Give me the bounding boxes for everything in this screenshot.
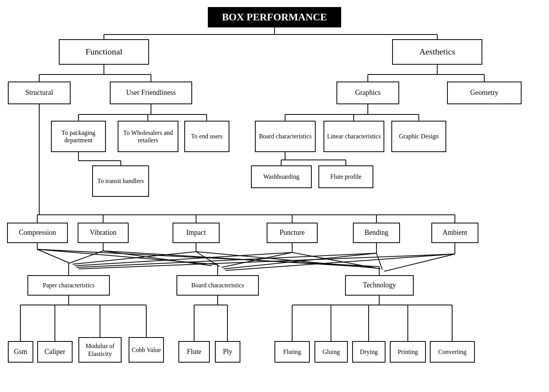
puncture-node: Puncture [267, 223, 318, 243]
svg-line-57 [76, 253, 376, 267]
flute-profile-node: Flute profile [318, 165, 373, 188]
caliper-node: Caliper [37, 341, 73, 363]
svg-line-47 [103, 251, 373, 267]
board-char-node: Board characteristics [255, 121, 316, 152]
technology-node: Technology [345, 275, 414, 296]
to-end-users-node: To end users [184, 121, 229, 152]
svg-line-61 [78, 254, 455, 269]
drying-node: Drying [352, 341, 385, 363]
svg-line-49 [73, 252, 196, 264]
svg-line-55 [292, 252, 380, 269]
washboarding-node: Washboarding [251, 165, 312, 188]
svg-line-40 [37, 249, 218, 265]
impact-node: Impact [173, 223, 220, 243]
ambient-node: Ambient [431, 223, 478, 243]
compression-node: Compression [7, 223, 68, 243]
tree-container: BOX PERFORMANCE Functional Aesthetics St… [0, 0, 549, 392]
flute-node: Flute [178, 341, 210, 363]
graphics-node: Graphics [336, 82, 399, 104]
svg-line-59 [376, 253, 382, 270]
to-transit-node: To transit handlers [92, 165, 149, 197]
svg-line-58 [224, 253, 376, 269]
structural-node: Structural [8, 82, 71, 104]
svg-line-42 [37, 249, 379, 267]
linear-char-node: Linear characteristics [324, 121, 384, 152]
bending-node: Bending [353, 223, 400, 243]
svg-line-46 [103, 251, 212, 266]
to-packaging-node: To packaging department [51, 121, 106, 152]
graphic-design-node: Graphic Design [391, 121, 446, 152]
modulus-node: Modulus of Elasticity [78, 337, 122, 363]
aesthetics-node: Aesthetics [392, 39, 482, 65]
svg-line-63 [384, 254, 455, 271]
fluting-node: Fluting [274, 341, 310, 363]
geometry-node: Geometry [447, 82, 522, 104]
svg-line-50 [196, 252, 220, 267]
to-wholesalers-node: To Wholesalers and retailers [118, 121, 178, 152]
user-friendliness-node: User Friendliness [110, 82, 192, 104]
root-node: BOX PERFORMANCE [208, 7, 341, 27]
svg-line-38 [37, 249, 69, 263]
svg-line-51 [196, 252, 376, 268]
svg-line-53 [75, 252, 292, 266]
printing-node: Printing [390, 341, 426, 363]
functional-node: Functional [59, 39, 149, 65]
ply-node: Ply [215, 341, 240, 363]
vibration-node: Vibration [78, 223, 129, 243]
svg-line-54 [222, 252, 292, 267]
svg-line-62 [225, 254, 455, 270]
svg-line-45 [69, 251, 103, 263]
converting-node: Converting [430, 341, 475, 363]
gsm-node: Gsm [8, 341, 33, 363]
gluing-node: Gluing [314, 341, 348, 363]
board-char2-node: Board characteristics [176, 275, 259, 296]
paper-char-node: Paper characteristics [27, 275, 110, 296]
cobb-node: Cobb Value [129, 337, 164, 363]
